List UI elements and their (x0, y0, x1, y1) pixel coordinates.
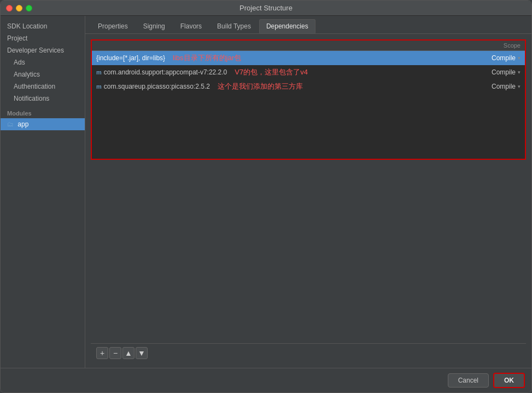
tab-build-types[interactable]: Build Types (210, 19, 258, 33)
dependencies-table: Scope {include=[*.jar], dir=libs} libs目录… (91, 39, 526, 160)
move-down-button[interactable]: ▼ (136, 347, 148, 359)
table-toolbar: + − ▲ ▼ (91, 343, 526, 362)
window-title: Project Structure (239, 4, 293, 12)
dep-column-header (96, 42, 455, 49)
dep-annotation-appcompat: V7的包，这里包含了v4 (235, 67, 308, 77)
scope-column-header: Scope (455, 42, 521, 49)
sidebar-item-app[interactable]: 🗂 app (1, 118, 85, 130)
sidebar-item-notifications[interactable]: Notifications (1, 93, 85, 105)
sidebar-item-developer-services[interactable]: Developer Services (1, 44, 85, 56)
chevron-down-icon: ▾ (518, 70, 521, 75)
sidebar: SDK Location Project Developer Services … (1, 16, 85, 368)
ok-button[interactable]: OK (493, 373, 525, 388)
table-row[interactable]: m com.android.support:appcompat-v7:22.2.… (92, 65, 525, 79)
folder-icon: 🗂 (7, 120, 14, 128)
dep-annotation-libs: libs目录下所有的jar包 (173, 53, 241, 63)
tab-flavors[interactable]: Flavors (173, 19, 209, 33)
sidebar-item-project[interactable]: Project (1, 32, 85, 44)
minimize-button[interactable] (16, 5, 22, 11)
modules-label: Modules (1, 105, 85, 118)
empty-area (91, 160, 526, 343)
tab-dependencies[interactable]: Dependencies (259, 19, 315, 33)
module-icon: m (96, 83, 102, 90)
chevron-down-icon: ▾ (518, 55, 521, 61)
tab-content: Scope {include=[*.jar], dir=libs} libs目录… (85, 34, 531, 368)
scope-appcompat[interactable]: Compile ▾ (455, 68, 521, 76)
sidebar-item-authentication[interactable]: Authentication (1, 80, 85, 93)
scope-picasso[interactable]: Compile ▾ (455, 83, 521, 90)
tabs-bar: Properties Signing Flavors Build Types D… (85, 16, 531, 34)
table-row[interactable]: {include=[*.jar], dir=libs} libs目录下所有的ja… (92, 51, 525, 65)
traffic-lights (6, 5, 32, 11)
close-button[interactable] (6, 5, 13, 11)
dep-name-libs: {include=[*.jar], dir=libs} libs目录下所有的ja… (96, 53, 455, 63)
table-header: Scope (92, 41, 525, 51)
scope-libs[interactable]: Compile ▾ (455, 54, 521, 62)
move-up-button[interactable]: ▲ (122, 347, 135, 359)
tab-properties[interactable]: Properties (91, 19, 135, 33)
add-dependency-button[interactable]: + (96, 347, 108, 359)
remove-dependency-button[interactable]: − (109, 347, 121, 359)
sidebar-item-analytics[interactable]: Analytics (1, 68, 85, 80)
titlebar: Project Structure (1, 1, 531, 16)
maximize-button[interactable] (26, 5, 32, 11)
table-row[interactable]: m com.squareup.picasso:picasso:2.5.2 这个是… (92, 79, 525, 94)
tab-signing[interactable]: Signing (136, 19, 172, 33)
content-area: SDK Location Project Developer Services … (1, 16, 531, 368)
cancel-button[interactable]: Cancel (448, 373, 489, 388)
footer: Cancel OK (1, 368, 531, 392)
main-panel: Properties Signing Flavors Build Types D… (85, 16, 531, 368)
chevron-down-icon: ▾ (518, 84, 521, 89)
sidebar-item-ads[interactable]: Ads (1, 56, 85, 68)
dep-name-picasso: m com.squareup.picasso:picasso:2.5.2 这个是… (96, 82, 455, 91)
main-window: Project Structure SDK Location Project D… (0, 0, 532, 393)
sidebar-item-sdk-location[interactable]: SDK Location (1, 20, 85, 32)
dep-annotation-picasso: 这个是我们添加的第三方库 (218, 82, 303, 91)
dep-name-appcompat: m com.android.support:appcompat-v7:22.2.… (96, 67, 455, 77)
module-icon: m (96, 69, 102, 76)
